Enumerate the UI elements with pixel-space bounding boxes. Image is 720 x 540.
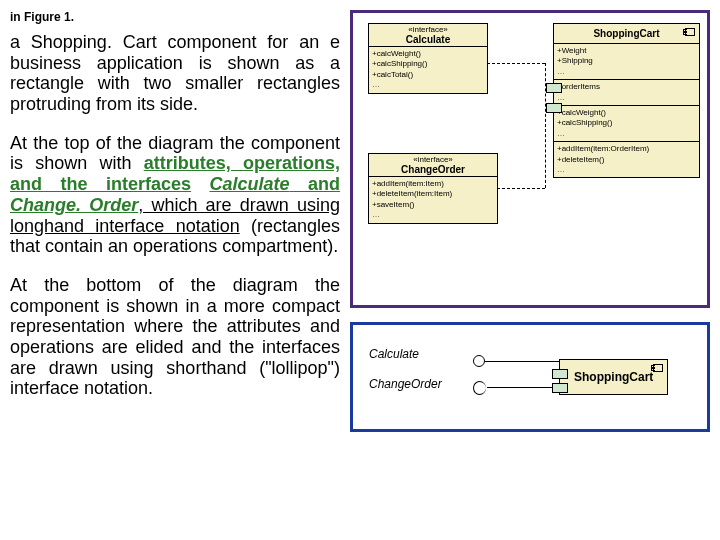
ellipsis: … [557,165,696,175]
component-shoppingcart: ShoppingCart +Weight +Shipping … +orderI… [553,23,700,178]
ellipsis: … [557,93,696,103]
component-icon [653,364,663,372]
p2-changeorder: Change. Order [10,195,138,215]
op: +calcShipping() [557,118,696,128]
label-changeorder: ChangeOrder [369,377,442,391]
interface-changeorder: «interface» ChangeOrder +addItem(item:It… [368,153,498,224]
label-calculate: Calculate [369,347,419,361]
connector-line [485,361,559,362]
realization-line [497,188,545,189]
change-name: ChangeOrder [371,164,495,175]
comp-compact-name: ShoppingCart [574,370,653,384]
p2-sp1 [191,174,209,194]
paragraph-2: At the top of the diagram the component … [10,133,340,257]
port-lug [552,369,568,379]
comp-attributes: +Weight +Shipping … [554,44,699,80]
calc-name: Calculate [371,34,485,45]
p2-and: and [290,174,340,194]
ellipsis: … [372,210,494,220]
attr: +Weight [557,46,696,56]
interface-calculate: «interface» Calculate +calcWeight() +cal… [368,23,488,94]
ellipsis: … [372,80,484,90]
calc-op: +calcWeight() [372,49,484,59]
change-op: +deleteItem(item:Item) [372,189,494,199]
component-icon [685,28,695,36]
port-lug [546,83,562,93]
calc-op: +calcShipping() [372,59,484,69]
ellipsis: … [557,67,696,77]
change-header: «interface» ChangeOrder [369,154,497,177]
calc-op: +calcTotal() [372,70,484,80]
uml-diagram-longhand: «interface» Calculate +calcWeight() +cal… [350,10,710,308]
connector-line [487,387,559,388]
calc-stereotype: «interface» [371,25,485,34]
change-op: +saveItem() [372,200,494,210]
figure-reference: in Figure 1. [10,10,340,24]
change-stereotype: «interface» [371,155,495,164]
comp-assoc: +orderItems … [554,80,699,106]
attr: +Shipping [557,56,696,66]
change-op: +addItem(item:Item) [372,179,494,189]
port-lug [552,383,568,393]
calc-header: «interface» Calculate [369,24,487,47]
realization-line [545,63,546,188]
p2-calculate: Calculate [209,174,289,194]
realization-line [487,63,545,64]
uml-diagram-shorthand: Calculate ChangeOrder ShoppingCart [350,322,710,432]
change-ops: +addItem(item:Item) +deleteItem(item:Ite… [369,177,497,223]
calc-ops: +calcWeight() +calcShipping() +calcTotal… [369,47,487,93]
comp-ops1: +calcWeight() +calcShipping() … [554,106,699,142]
lollipop-ball [473,355,485,367]
lollipop-socket [473,381,486,395]
op: +calcWeight() [557,108,696,118]
assoc: +orderItems [557,82,696,92]
port-lug [546,103,562,113]
op: +addItem(item:OrderItem) [557,144,696,154]
paragraph-3: At the bottom of the diagram the compone… [10,275,340,399]
component-compact: ShoppingCart [559,359,668,395]
paragraph-1: a Shopping. Cart component for an e busi… [10,32,340,115]
ellipsis: … [557,129,696,139]
op: +deleteItem() [557,155,696,165]
comp-ops2: +addItem(item:OrderItem) +deleteItem() … [554,142,699,177]
comp-name: ShoppingCart [554,24,699,44]
